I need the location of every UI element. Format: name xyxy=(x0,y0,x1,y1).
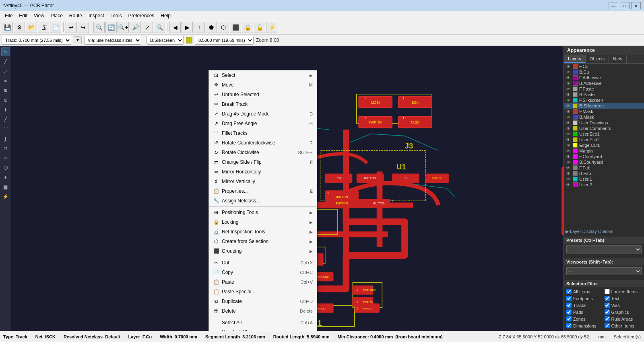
route-single-track[interactable]: ╱ xyxy=(1,57,10,66)
ctx-delete[interactable]: 🗑 Delete Delete xyxy=(209,306,317,316)
viewports-select[interactable]: --- xyxy=(566,267,642,275)
ctx-create-selection[interactable]: ⬡ Create from Selection xyxy=(209,237,317,246)
filter-checkbox-locked-items[interactable] xyxy=(605,289,610,294)
layer-visible-icon[interactable]: 👁 xyxy=(566,143,571,148)
ctx-select-all[interactable]: Select All Ctrl+A xyxy=(209,318,317,328)
layer-visible-icon[interactable]: 👁 xyxy=(566,132,571,136)
layer-item-f-paste[interactable]: 👁F.Paste xyxy=(564,86,644,92)
tab-objects[interactable]: Objects xyxy=(586,55,609,63)
layer-item-f-silkscreen[interactable]: 👁F.Silkscreen xyxy=(564,97,644,103)
ctx-fillet[interactable]: ⌒ Fillet Tracks xyxy=(209,128,317,138)
tune-diff-pair[interactable]: ≋ xyxy=(1,86,10,95)
layer-item-user-drawings[interactable]: 👁User.Drawings xyxy=(564,120,644,126)
shape2-button[interactable]: ⬡ xyxy=(218,22,229,33)
add-via[interactable]: ⊙ xyxy=(1,96,10,105)
open-button[interactable]: 📂 xyxy=(26,22,37,33)
layer-visible-icon[interactable]: 👁 xyxy=(566,70,571,74)
ctx-select[interactable]: ⊡ Select xyxy=(209,70,317,80)
ctx-net-inspection[interactable]: 🔬 Net Inspection Tools xyxy=(209,227,317,237)
zoom-fit-button[interactable]: ⤢ xyxy=(142,22,153,33)
ctx-assign-netclass[interactable]: 🔧 Assign Netclass... xyxy=(209,196,317,206)
ctx-move[interactable]: ✥ Move M xyxy=(209,80,317,90)
ctx-cut[interactable]: ✂ Cut Ctrl+X xyxy=(209,258,317,268)
layer-visible-icon[interactable]: 👁 xyxy=(566,81,571,86)
lock1-button[interactable]: 🔒 xyxy=(242,22,253,33)
menu-file[interactable]: File xyxy=(2,12,16,19)
ctx-properties[interactable]: 📋 Properties... E xyxy=(209,186,317,196)
minimize-button[interactable]: — xyxy=(609,2,618,9)
layer-item-user-eco1[interactable]: 👁User.Eco1 xyxy=(564,131,644,137)
layer-item-user-eco2[interactable]: 👁User.Eco2 xyxy=(564,137,644,142)
zoom-in-button[interactable]: 🔍+ xyxy=(118,22,129,33)
filter-checkbox-pads[interactable] xyxy=(566,309,572,315)
filter-checkbox-rule-areas[interactable] xyxy=(605,316,610,321)
draw-line[interactable]: ╱ xyxy=(1,115,10,124)
layer-item-user-comments[interactable]: 👁User.Comments xyxy=(564,126,644,131)
tab-nets[interactable]: Nets xyxy=(609,55,627,63)
ctx-locking[interactable]: 🔒 Locking xyxy=(209,217,317,227)
layer-visible-icon[interactable]: 👁 xyxy=(566,87,571,91)
layer-item-user-2[interactable]: 👁User.2 xyxy=(564,182,644,187)
print-button[interactable]: 🖨 xyxy=(38,22,49,33)
route-diff-pair[interactable]: ⇌ xyxy=(1,67,10,76)
net-highlight-button[interactable]: ↑ xyxy=(194,22,205,33)
ctx-unselect-all[interactable]: Unselect All Ctrl+Shift+A xyxy=(209,328,317,331)
track-options-button[interactable]: ▼ xyxy=(74,36,82,44)
ctx-duplicate[interactable]: ⧉ Duplicate Ctrl+D xyxy=(209,297,317,306)
layer-visible-icon[interactable]: 👁 xyxy=(566,126,571,131)
layer-select[interactable]: B.Silkscreen xyxy=(147,36,184,45)
add-footprint[interactable]: + xyxy=(1,173,10,182)
filter-checkbox-tracks[interactable] xyxy=(566,303,572,308)
draw-poly[interactable]: ⬡ xyxy=(1,163,10,172)
pcb-canvas[interactable]: MOSI SCK 4 3 PWR_5V MISO 2 1 J3 U1 RST B… xyxy=(11,46,564,331)
filter-checkbox-vias[interactable] xyxy=(605,303,610,308)
filter-checkbox-zones[interactable] xyxy=(566,316,572,321)
layer-item-f-courtyard[interactable]: 👁F.Courtyard xyxy=(564,154,644,159)
layer-item-b-cu[interactable]: 👁B.Cu xyxy=(564,69,644,75)
filter-checkbox-all-items[interactable] xyxy=(566,289,572,294)
layer-item-b-fab[interactable]: 👁B.Fab xyxy=(564,171,644,176)
refresh-button[interactable]: 🔄 xyxy=(105,22,117,33)
layer-visible-icon[interactable]: 👁 xyxy=(566,98,571,103)
layer-visible-icon[interactable]: 👁 xyxy=(566,138,571,142)
ctx-mirror-h[interactable]: ⇔ Mirror Horizontally xyxy=(209,167,317,177)
filter-checkbox-dimensions[interactable] xyxy=(566,323,572,328)
layer-item-edge-cuts[interactable]: 👁Edge.Cuts xyxy=(564,142,644,148)
zoom-out-button[interactable]: 🔎 xyxy=(130,22,141,33)
ctx-flip[interactable]: ⇄ Change Side / Flip F xyxy=(209,157,317,167)
undo-button[interactable]: ↩ xyxy=(66,22,77,33)
tab-layers[interactable]: Layers xyxy=(564,55,586,63)
layer-item-b-paste[interactable]: 👁B.Paste xyxy=(564,92,644,97)
menu-inspect[interactable]: Inspect xyxy=(85,12,107,19)
next-button[interactable]: ▶ xyxy=(182,22,193,33)
menu-tools[interactable]: Tools xyxy=(107,12,125,19)
drc-tool[interactable]: ⚡ xyxy=(1,192,10,201)
ctx-grouping[interactable]: ⬛ Grouping xyxy=(209,246,317,256)
add-text[interactable]: T xyxy=(1,105,10,114)
prev-button[interactable]: ◀ xyxy=(169,22,181,33)
board-setup-button[interactable]: ⚙ xyxy=(14,22,25,33)
layer-visible-icon[interactable]: 👁 xyxy=(566,76,571,80)
ctx-paste[interactable]: 📋 Paste Ctrl+V xyxy=(209,277,317,287)
layer-item-b-silkscreen[interactable]: 👁B.Silkscreen xyxy=(564,103,644,109)
ctx-rotate-ccw[interactable]: ↺ Rotate Counterclockwise R xyxy=(209,138,317,148)
save-button[interactable]: 💾 xyxy=(2,22,13,33)
maximize-button[interactable]: □ xyxy=(620,2,630,9)
filter-checkbox-other-items[interactable] xyxy=(605,323,610,328)
layer-visible-icon[interactable]: 👁 xyxy=(566,160,571,165)
layer-visible-icon[interactable]: 👁 xyxy=(566,115,571,119)
layer-visible-icon[interactable]: 👁 xyxy=(566,177,571,181)
layer-visible-icon[interactable]: 👁 xyxy=(566,121,571,125)
layer-item-f-cu[interactable]: 👁F.Cu xyxy=(564,64,644,69)
plot-button[interactable]: 📄 xyxy=(50,22,61,33)
layer-visible-icon[interactable]: 👁 xyxy=(566,183,571,187)
menu-preferences[interactable]: Preferences xyxy=(125,12,158,19)
shape1-button[interactable]: ⬟ xyxy=(206,22,217,33)
layer-visible-icon[interactable]: 👁 xyxy=(566,64,571,69)
filter-checkbox-footprints[interactable] xyxy=(566,296,572,301)
ctx-unroute[interactable]: ↩ Unroute Selected xyxy=(209,90,317,99)
ctx-mirror-v[interactable]: ⇕ Mirror Vertically xyxy=(209,177,317,186)
ctx-paste-special[interactable]: 📋 Paste Special... xyxy=(209,287,317,297)
layer-visible-icon[interactable]: 👁 xyxy=(566,149,571,153)
layer-display-options[interactable]: ▶ Layer Display Options xyxy=(564,228,644,235)
